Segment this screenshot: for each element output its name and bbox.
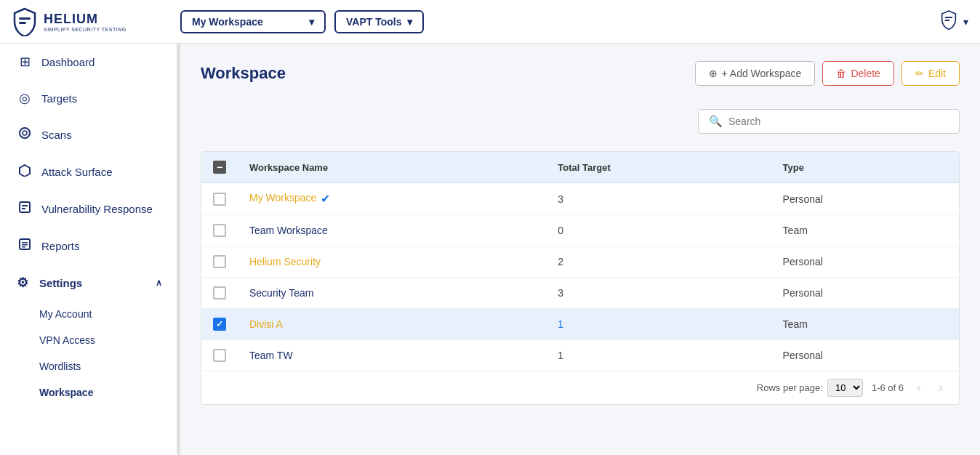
svg-rect-0 <box>19 17 31 20</box>
top-user-chevron-icon[interactable]: ▾ <box>963 16 968 28</box>
table-row: Team Workspace0Team <box>201 215 959 246</box>
svg-rect-8 <box>22 205 28 206</box>
verified-icon: ✔ <box>321 193 330 205</box>
row-checkbox-0[interactable] <box>213 193 226 206</box>
logo-title: HELIUM <box>44 12 126 27</box>
row-checkbox-cell <box>201 246 238 278</box>
table-row: Team TW1Personal <box>201 340 959 371</box>
row-checkbox-cell <box>201 340 238 371</box>
next-page-button[interactable]: › <box>934 379 947 397</box>
vapt-dropdown[interactable]: VAPT Tools ▾ <box>334 10 424 33</box>
prev-page-button[interactable]: ‹ <box>912 379 925 397</box>
row-name-cell: Security Team <box>238 278 546 309</box>
edit-icon: ✏ <box>915 68 924 79</box>
delete-icon: 🗑 <box>836 68 846 79</box>
sidebar-item-reports[interactable]: Reports <box>0 227 177 265</box>
my-account-label: My Account <box>39 308 92 320</box>
table-row: Security Team3Personal <box>201 278 959 309</box>
workspace-name-link[interactable]: Divisi A <box>249 318 283 330</box>
edit-label: Edit <box>928 68 946 79</box>
logo-text: HELIUM SIMPLIFY SECURITY TESTING <box>44 12 126 32</box>
checkmark-icon: ✓ <box>216 319 223 329</box>
svg-point-4 <box>20 128 30 138</box>
row-total-target-cell: 1 <box>546 309 771 340</box>
sidebar-item-scans[interactable]: Scans <box>0 116 177 153</box>
row-name-cell: Team Workspace <box>238 215 546 246</box>
sidebar-label-reports: Reports <box>41 240 80 252</box>
delete-button[interactable]: 🗑 Delete <box>822 61 893 86</box>
row-checkbox-5[interactable] <box>213 349 226 362</box>
sidebar: ⊞ Dashboard ◎ Targets Scans Attack Surfa… <box>0 44 178 455</box>
svg-rect-3 <box>945 20 950 21</box>
dashboard-icon: ⊞ <box>17 54 33 70</box>
sidebar-item-attack-surface[interactable]: Attack Surface <box>0 153 177 190</box>
add-workspace-label: + Add Workspace <box>722 68 802 79</box>
sidebar-label-vulnerability: Vulnerability Response <box>41 203 153 215</box>
row-name-cell: Team TW <box>238 340 546 371</box>
table-header: − Workspace Name Total Target Type <box>201 152 959 183</box>
sidebar-item-vulnerability-response[interactable]: Vulnerability Response <box>0 190 177 227</box>
logo-icon <box>12 7 38 36</box>
row-name-cell: Helium Security <box>238 246 546 278</box>
workspace-chevron-icon: ▾ <box>309 16 314 28</box>
logo-area: HELIUM SIMPLIFY SECURITY TESTING <box>12 7 172 36</box>
workspace-name-link[interactable]: My Workspace <box>249 192 316 204</box>
row-checkbox-2[interactable] <box>213 255 226 268</box>
wordlists-label: Wordlists <box>39 361 81 372</box>
rows-per-page-select[interactable]: 10 25 50 <box>827 379 863 397</box>
col-header-name: Workspace Name <box>238 152 546 183</box>
search-input[interactable] <box>728 116 949 127</box>
svg-rect-11 <box>22 242 28 243</box>
sidebar-item-targets[interactable]: ◎ Targets <box>0 80 177 116</box>
workspace-name: Team TW <box>249 350 293 361</box>
row-type-cell: Personal <box>771 278 959 309</box>
col-header-type: Type <box>771 152 959 183</box>
row-type-cell: Team <box>771 309 959 340</box>
settings-icon: ⚙ <box>15 275 31 291</box>
row-name-cell: Divisi A <box>238 309 546 340</box>
sidebar-settings[interactable]: ⚙ Settings ∧ <box>0 265 177 301</box>
workspace-name-link[interactable]: Helium Security <box>249 256 321 267</box>
workspace-label: Workspace <box>39 387 93 398</box>
main-content: Workspace ⊕ + Add Workspace 🗑 Delete ✏ E… <box>180 44 980 455</box>
sidebar-item-wordlists[interactable]: Wordlists <box>0 353 177 379</box>
scans-icon <box>17 126 33 143</box>
search-box: 🔍 <box>698 109 960 134</box>
attack-surface-icon <box>17 164 33 180</box>
add-workspace-button[interactable]: ⊕ + Add Workspace <box>695 61 816 86</box>
rows-per-page-label: Rows per page: <box>757 382 823 393</box>
sidebar-label-attack-surface: Attack Surface <box>41 166 113 178</box>
sidebar-label-scans: Scans <box>41 129 72 141</box>
row-checkbox-1[interactable] <box>213 224 226 237</box>
sidebar-item-dashboard[interactable]: ⊞ Dashboard <box>0 44 177 80</box>
svg-rect-12 <box>22 244 28 246</box>
minus-icon: − <box>217 162 222 172</box>
top-shield-icon <box>940 9 957 34</box>
col-total-label: Total Target <box>558 162 610 173</box>
workspace-name: Security Team <box>249 287 313 299</box>
main-layout: ⊞ Dashboard ◎ Targets Scans Attack Surfa… <box>0 44 980 455</box>
sidebar-item-vpn-access[interactable]: VPN Access <box>0 327 177 353</box>
svg-point-5 <box>23 131 27 135</box>
svg-rect-2 <box>945 17 953 18</box>
checkbox-header[interactable]: − <box>201 152 238 183</box>
page-header: Workspace ⊕ + Add Workspace 🗑 Delete ✏ E… <box>201 61 960 86</box>
workspace-dropdown[interactable]: My Workspace ▾ <box>180 10 326 33</box>
sidebar-label-settings: Settings <box>39 277 82 289</box>
row-type-cell: Personal <box>771 340 959 371</box>
vpn-access-label: VPN Access <box>39 334 95 346</box>
reports-icon <box>17 238 33 254</box>
vapt-label: VAPT Tools <box>346 16 401 28</box>
row-total-target-cell: 0 <box>546 215 771 246</box>
select-all-checkbox[interactable]: − <box>213 161 226 174</box>
row-checkbox-cell <box>201 183 238 215</box>
row-checkbox-3[interactable] <box>213 286 226 299</box>
sidebar-item-my-account[interactable]: My Account <box>0 301 177 327</box>
workspace-table: − Workspace Name Total Target Type <box>201 152 959 371</box>
col-header-total: Total Target <box>546 152 771 183</box>
edit-button[interactable]: ✏ Edit <box>901 61 960 86</box>
sidebar-item-workspace[interactable]: Workspace <box>0 379 177 406</box>
row-checkbox-cell: ✓ <box>201 309 238 340</box>
row-checkbox-4[interactable]: ✓ <box>213 318 226 331</box>
vulnerability-icon <box>17 201 33 217</box>
